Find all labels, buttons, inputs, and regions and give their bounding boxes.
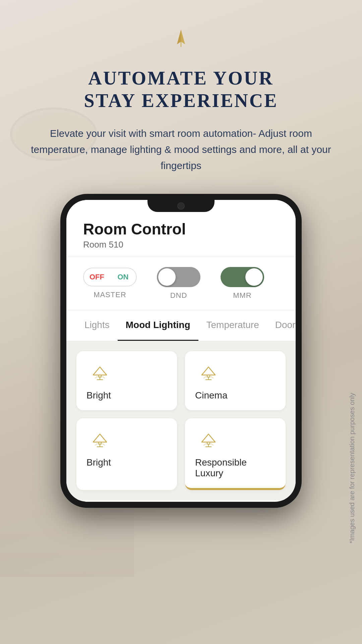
room-number: Room 510 [83,239,279,250]
phone-mockup-wrapper: Room Control Room 510 OFF ON MASTER [60,194,302,644]
svg-line-20 [95,443,98,445]
mood-card-responsible-luxury[interactable]: Responsible Luxury [185,418,286,490]
mood-card-label-4: Responsible Luxury [195,457,276,479]
toggle-row: OFF ON MASTER DND [66,257,296,310]
mood-card-label-2: Cinema [195,390,227,401]
phone-outer: Room Control Room 510 OFF ON MASTER [60,194,302,508]
lamp-icon-1 [86,363,113,383]
mmr-toggle-item: MMR [221,267,264,300]
nav-tabs: Lights Mood Lighting Temperature Door [66,310,296,341]
disclaimer-text: *Images used are for representation purp… [348,393,356,543]
tab-temperature[interactable]: Temperature [198,310,267,341]
tab-mood-lighting[interactable]: Mood Lighting [118,310,198,341]
svg-marker-10 [202,367,215,375]
mmr-toggle[interactable] [221,267,264,287]
mmr-knob [245,268,263,286]
master-toggle[interactable]: OFF ON [83,268,137,286]
mood-card-bright-1[interactable]: Bright [76,351,177,410]
app-title: Room Control [83,220,279,238]
phone-notch [147,200,215,212]
dnd-knob [158,268,176,286]
dnd-toggle-item: DND [157,267,200,300]
svg-line-8 [102,376,105,378]
mood-card-label-3: Bright [86,457,111,468]
tab-lights[interactable]: Lights [76,310,118,341]
mood-grid: Bright [66,341,296,500]
svg-line-28 [211,443,214,445]
lamp-icon-4 [195,430,222,450]
dnd-toggle[interactable] [157,267,200,287]
svg-line-7 [95,376,98,378]
mmr-label: MMR [233,291,252,300]
toggle-off-label[interactable]: OFF [84,270,110,284]
master-label: MASTER [94,290,126,299]
brand-logo-icon [168,27,194,54]
svg-marker-23 [202,434,215,442]
master-toggle-item: OFF ON MASTER [83,268,137,299]
toggle-on-label[interactable]: ON [110,270,136,284]
tab-door[interactable]: Door [267,310,296,341]
svg-marker-16 [93,434,107,442]
svg-line-27 [203,443,206,445]
phone-camera [177,202,185,210]
page-content: AUTOMATE YOUR STAY EXPERIENCE Elevate yo… [0,0,362,644]
svg-marker-1 [177,30,181,44]
hero-subtext: Elevate your visit with smart room autom… [0,125,362,174]
mood-card-label-1: Bright [86,390,111,401]
svg-line-14 [203,376,206,378]
main-headline: AUTOMATE YOUR STAY EXPERIENCE [64,67,298,112]
svg-line-21 [102,443,105,445]
lamp-icon-2 [195,363,222,383]
mood-card-bright-2[interactable]: Bright [76,418,177,490]
dnd-label: DND [170,291,187,300]
phone-screen: Room Control Room 510 OFF ON MASTER [66,200,296,502]
svg-rect-24 [207,442,210,444]
svg-marker-3 [93,367,107,375]
logo-area [168,27,194,54]
svg-line-15 [211,376,214,378]
lamp-icon-3 [86,430,113,450]
svg-rect-11 [207,375,210,377]
mood-card-cinema[interactable]: Cinema [185,351,286,410]
